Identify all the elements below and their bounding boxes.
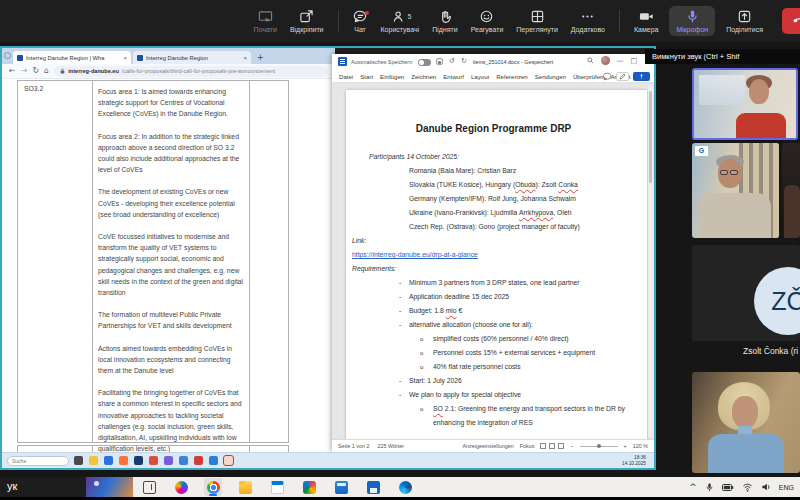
zoom-in-icon[interactable]: + [624,443,627,449]
speaker-icon[interactable] [761,482,771,492]
language-indicator[interactable]: ENG [779,484,794,491]
shared-taskbar-app-icon[interactable] [134,456,143,465]
microphone-icon [685,9,700,24]
shared-taskbar-app-icon[interactable] [164,456,173,465]
browser-tab-1[interactable]: Interreg Danube Region | Wha × [13,51,131,64]
calendar-taskbar-icon[interactable] [268,478,286,496]
autosave-toggle[interactable] [418,59,431,66]
save-icon[interactable] [436,58,443,65]
shared-taskbar-app-icon[interactable] [179,456,188,465]
unpin-button[interactable]: Відкріпити [288,6,326,36]
participant-video-tile-active[interactable] [692,68,798,140]
doc-line: simplified costs (60% personnel / 40% di… [346,332,641,346]
address-bar[interactable]: interreg-danube.eu/calls-for-proposals/t… [54,66,328,77]
account-avatar[interactable] [601,56,610,65]
page-indicator[interactable]: Seite 1 von 2 [338,443,369,449]
focus-button[interactable]: Fokus [520,443,535,449]
search-icon[interactable] [587,57,594,64]
raise-hand-button[interactable]: Підняти [430,6,459,36]
tab-actions-icon[interactable] [4,52,11,59]
desktop-search-input[interactable] [7,456,69,466]
participant-video-tile[interactable] [692,372,800,473]
zoom-level[interactable]: 120 % [633,443,648,449]
word-page[interactable]: Danube Region Programme DRPParticipants … [346,90,647,439]
ribbon-tab-sendungen[interactable]: Sendungen [535,73,566,80]
ribbon-tab-einfügen[interactable]: Einfügen [380,73,404,80]
save-taskbar-icon[interactable] [364,478,382,496]
site-favicon [17,55,23,61]
doc-line: Link: [346,234,641,248]
chrome-taskbar-icon[interactable] [204,478,222,496]
shared-taskbar-app-icon[interactable] [149,456,158,465]
document-title[interactable]: items_251014.docx - Gespeichert [472,59,554,65]
zoom-out-icon[interactable]: − [570,443,573,449]
taskbar-app-icons [74,456,233,465]
forward-icon[interactable]: → [21,67,28,75]
participants-button[interactable]: 5 Користувачі [379,6,422,36]
battery-icon[interactable] [722,483,734,492]
word-count[interactable]: 225 Wörter [377,443,404,449]
refresh-icon[interactable]: ↻ [32,67,39,75]
ribbon-tab-datei[interactable]: Datei [339,73,353,80]
participant-video-tile[interactable]: G [692,143,779,238]
word-window: Automatisches Speichern ↺ ↻ items_251014… [332,54,654,452]
shared-taskbar-app-icon[interactable] [89,456,98,465]
shared-taskbar-app-icon[interactable] [194,456,203,465]
tray-microphone-icon[interactable] [705,482,714,493]
explorer-taskbar-icon[interactable] [236,478,254,496]
tab-close-icon[interactable]: × [123,55,127,61]
participant-video-tile-partial[interactable] [782,143,800,238]
home-icon[interactable]: ⌂ [44,67,49,75]
shared-taskbar-app-icon[interactable] [74,456,83,465]
ribbon-tab-layout[interactable]: Layout [471,73,489,80]
calculator-taskbar-icon[interactable] [332,478,350,496]
tab-close-icon[interactable]: × [243,55,247,61]
photos-taskbar-icon[interactable] [300,478,318,496]
shared-taskbar-app-icon[interactable] [119,456,128,465]
doc-line: https://interreg-danube.eu/drp-at-a-glan… [346,248,641,262]
start-presenting-button[interactable]: Почати [252,6,279,36]
ribbon-tab-start[interactable]: Start [360,73,373,80]
microphone-button[interactable]: Мікрофон [669,6,715,36]
chat-button[interactable]: Чат [351,6,370,36]
taskbar-clock[interactable]: 18:36 14.10.2025 [622,455,649,466]
shared-taskbar-app-icon[interactable] [209,456,218,465]
view-mode-icons[interactable] [540,443,564,449]
share-button[interactable]: Поділитися [724,6,765,36]
minimize-icon[interactable]: — [617,57,624,65]
more-actions-button[interactable]: Додатково [569,6,607,36]
scrollbar-thumb[interactable] [649,91,652,183]
ribbon-tab-entwurf[interactable]: Entwurf [443,73,464,80]
back-icon[interactable]: ← [9,67,16,75]
react-button[interactable]: Реагувати [469,6,506,36]
ribbon-tab-überprüfen[interactable]: Überprüfen [573,73,604,80]
display-settings-button[interactable]: Anzeigeeinstellungen [462,443,513,449]
end-call-button[interactable] [782,8,800,34]
hyperlink[interactable]: https://interreg-danube.eu/drp-at-a-glan… [352,251,478,258]
wifi-icon[interactable] [742,482,753,492]
undo-icon[interactable]: ↺ [449,57,455,65]
shared-taskbar-app-icon[interactable] [104,456,113,465]
word-scrollbar[interactable] [648,85,653,437]
shared-taskbar-app-icon[interactable] [224,456,233,465]
copilot-taskbar-icon[interactable] [172,478,190,496]
task-view-taskbar-icon[interactable] [140,478,158,496]
lock-icon [60,68,65,74]
redo-icon[interactable]: ↻ [461,57,467,65]
zoom-slider[interactable] [580,446,618,447]
edge-taskbar-icon[interactable] [396,478,414,496]
share-document-button[interactable] [633,72,650,81]
comments-icon[interactable] [603,72,612,81]
maximize-icon[interactable]: □ [631,57,638,65]
ribbon-tab-referenzen[interactable]: Referenzen [496,73,528,80]
microphone-label: Мікрофон [676,26,708,33]
participant-avatar-tile[interactable]: ZČ [692,245,800,341]
tray-overflow-icon[interactable]: ^ [689,483,697,492]
ribbon-tab-zeichnen[interactable]: Zeichnen [411,73,436,80]
editing-mode-button[interactable] [616,72,629,81]
view-button[interactable]: Переглянути [514,6,559,36]
widgets-button[interactable] [86,477,133,497]
camera-button[interactable]: Камера [632,6,660,36]
browser-tab-2[interactable]: Interreg Danube Region × [133,51,251,64]
new-tab-button[interactable]: + [257,53,264,62]
